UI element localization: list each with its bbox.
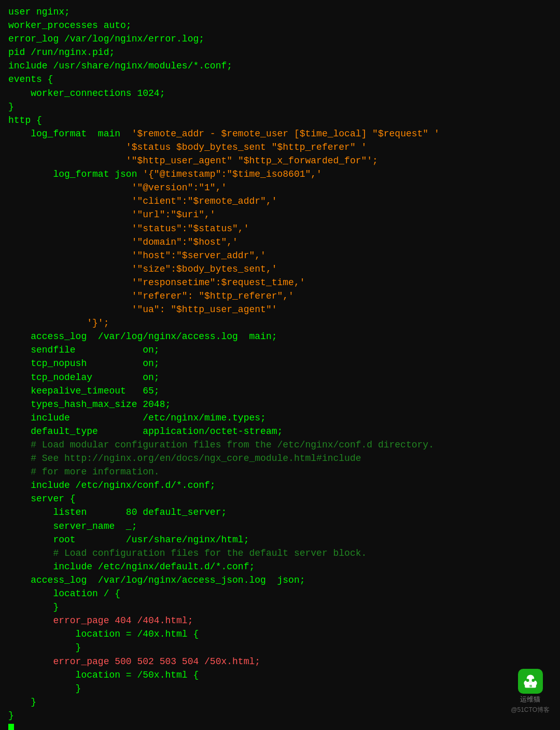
- code-line: user nginx;: [8, 5, 552, 19]
- code-line: events {: [8, 73, 552, 86]
- code-line: # for more information.: [8, 465, 552, 479]
- code-line: tcp_nopush on;: [8, 357, 552, 370]
- code-line: worker_processes auto;: [8, 19, 552, 32]
- code-line: }: [8, 100, 552, 114]
- code-line: '"responsetime":$request_time,': [8, 276, 552, 289]
- code-line: include /etc/nginx/mime.types;: [8, 411, 552, 425]
- code-editor: user nginx;worker_processes auto;error_l…: [8, 5, 552, 730]
- code-line: '"ua": "$http_user_agent"': [8, 303, 552, 316]
- code-line: }: [8, 641, 552, 654]
- code-line: # Load configuration files for the defau…: [8, 546, 552, 560]
- watermark-icon: 猫: [518, 669, 543, 694]
- code-line: access_log /var/log/nginx/access_json.lo…: [8, 573, 552, 587]
- code-line: server_name _;: [8, 520, 552, 533]
- code-line: types_hash_max_size 2048;: [8, 398, 552, 411]
- watermark: 猫 运维猫 @51CTO博客: [511, 669, 550, 714]
- code-line: sendfile on;: [8, 343, 552, 357]
- code-line: '"host":"$server_addr",': [8, 249, 552, 262]
- watermark-sub: @51CTO博客: [511, 706, 550, 714]
- code-line: http {: [8, 114, 552, 127]
- code-line: # See http://nginx.org/en/docs/ngx_core_…: [8, 452, 552, 465]
- code-line: # Load modular configuration files from …: [8, 438, 552, 452]
- code-line: }: [8, 600, 552, 614]
- code-line: include /etc/nginx/conf.d/*.conf;: [8, 479, 552, 492]
- code-line: server {: [8, 492, 552, 506]
- code-line: '"client":"$remote_addr",': [8, 194, 552, 208]
- code-line: location = /50x.html {: [8, 668, 552, 682]
- code-line: '"url":"$uri",': [8, 208, 552, 221]
- code-line: error_page 404 /404.html;: [8, 614, 552, 627]
- code-line: '"@version":"1",': [8, 181, 552, 194]
- code-line: access_log /var/log/nginx/access.log mai…: [8, 330, 552, 343]
- code-line: worker_connections 1024;: [8, 87, 552, 100]
- code-line: include /etc/nginx/default.d/*.conf;: [8, 560, 552, 573]
- svg-point-5: [531, 679, 535, 682]
- code-line: '"size":$body_bytes_sent,': [8, 262, 552, 276]
- code-line: log_format main '$remote_addr - $remote_…: [8, 127, 552, 141]
- code-line: '"referer": "$http_referer",': [8, 289, 552, 303]
- code-line: '}';: [8, 316, 552, 330]
- code-line: error_log /var/log/nginx/error.log;: [8, 32, 552, 46]
- svg-text:猫: 猫: [528, 684, 532, 688]
- code-line: keepalive_timeout 65;: [8, 384, 552, 398]
- cursor-indicator: [8, 722, 552, 730]
- code-line: tcp_nodelay on;: [8, 371, 552, 384]
- code-line: listen 80 default_server;: [8, 506, 552, 519]
- code-line: }: [8, 682, 552, 695]
- code-line: }: [8, 709, 552, 722]
- watermark-name: 运维猫: [520, 695, 540, 705]
- watermark-logo-svg: 猫: [521, 672, 540, 691]
- code-line: '"$http_user_agent" "$http_x_forwarded_f…: [8, 154, 552, 167]
- code-line: location / {: [8, 587, 552, 600]
- code-line: '"domain":"$host",': [8, 235, 552, 249]
- code-line: }: [8, 695, 552, 709]
- code-line: error_page 500 502 503 504 /50x.html;: [8, 655, 552, 668]
- code-line: location = /40x.html {: [8, 627, 552, 641]
- code-line: include /usr/share/nginx/modules/*.conf;: [8, 59, 552, 73]
- svg-point-4: [526, 679, 529, 682]
- code-line: pid /run/nginx.pid;: [8, 46, 552, 59]
- code-line: log_format json '{"@timestamp":"$time_is…: [8, 167, 552, 181]
- code-line: default_type application/octet-stream;: [8, 425, 552, 438]
- code-line: root /usr/share/nginx/html;: [8, 533, 552, 546]
- code-line: '$status $body_bytes_sent "$http_referer…: [8, 141, 552, 154]
- code-line: '"status":"$status",': [8, 222, 552, 235]
